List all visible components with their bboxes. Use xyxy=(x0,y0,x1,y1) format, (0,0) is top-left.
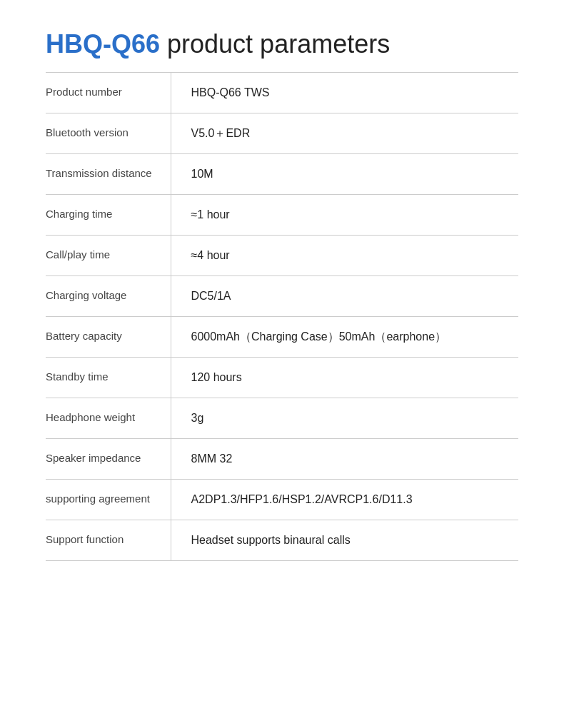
table-row: Standby time120 hours xyxy=(46,358,518,398)
page-title-rest: product parameters xyxy=(160,29,390,59)
table-row: Headphone weight3g xyxy=(46,398,518,439)
table-row: Charging voltageDC5/1A xyxy=(46,276,518,317)
param-label: Charging voltage xyxy=(46,276,171,317)
table-row: supporting agreementA2DP1.3/HFP1.6/HSP1.… xyxy=(46,480,518,520)
table-row: Product numberHBQ-Q66 TWS xyxy=(46,73,518,113)
param-label: Support function xyxy=(46,520,171,561)
table-row: Charging time≈1 hour xyxy=(46,195,518,236)
param-value: 6000mAh（Charging Case）50mAh（earphone） xyxy=(171,317,518,358)
product-brand: HBQ-Q66 xyxy=(46,29,160,59)
param-value: 3g xyxy=(171,398,518,439)
param-label: Charging time xyxy=(46,195,171,236)
table-row: Battery capacity6000mAh（Charging Case）50… xyxy=(46,317,518,358)
param-label: Speaker impedance xyxy=(46,439,171,480)
param-value: ≈1 hour xyxy=(171,195,518,236)
param-value: 120 hours xyxy=(171,358,518,398)
param-label: Bluetooth version xyxy=(46,113,171,154)
table-row: Bluetooth versionV5.0＋EDR xyxy=(46,113,518,154)
table-row: Support functionHeadset supports binaura… xyxy=(46,520,518,561)
param-label: Product number xyxy=(46,73,171,113)
param-label: Transmission distance xyxy=(46,154,171,195)
param-label: Battery capacity xyxy=(46,317,171,358)
param-label: supporting agreement xyxy=(46,480,171,520)
param-label: Standby time xyxy=(46,358,171,398)
param-value: HBQ-Q66 TWS xyxy=(171,73,518,113)
param-value: Headset supports binaural calls xyxy=(171,520,518,561)
param-value: V5.0＋EDR xyxy=(171,113,518,154)
param-value: ≈4 hour xyxy=(171,236,518,276)
page-title: HBQ-Q66 product parameters xyxy=(46,29,518,59)
table-row: Call/play time≈4 hour xyxy=(46,236,518,276)
table-row: Speaker impedance8MM 32 xyxy=(46,439,518,480)
param-label: Call/play time xyxy=(46,236,171,276)
param-value: 10M xyxy=(171,154,518,195)
param-value: 8MM 32 xyxy=(171,439,518,480)
param-label: Headphone weight xyxy=(46,398,171,439)
params-table: Product numberHBQ-Q66 TWSBluetooth versi… xyxy=(46,73,518,561)
param-value: A2DP1.3/HFP1.6/HSP1.2/AVRCP1.6/D11.3 xyxy=(171,480,518,520)
table-row: Transmission distance10M xyxy=(46,154,518,195)
param-value: DC5/1A xyxy=(171,276,518,317)
